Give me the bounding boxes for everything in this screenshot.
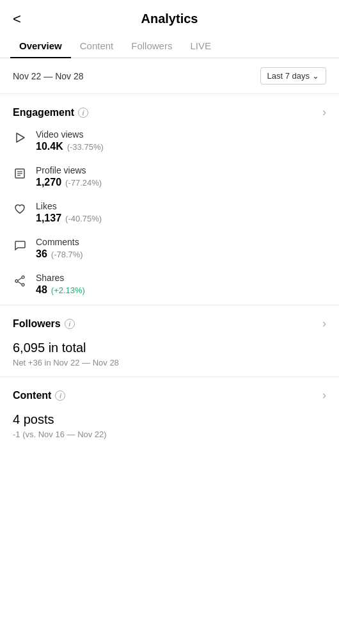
followers-chevron-icon[interactable]: › xyxy=(322,317,326,330)
followers-section-header: Followers i › xyxy=(13,317,326,330)
metric-video-views-value-row: 10.4K (-33.75%) xyxy=(36,141,104,152)
chevron-down-icon: ⌄ xyxy=(312,71,319,81)
svg-point-5 xyxy=(22,276,24,278)
followers-total-label: in total xyxy=(49,341,86,355)
play-icon xyxy=(13,131,27,145)
metric-shares-label: Shares xyxy=(36,273,85,283)
metric-shares-value-row: 48 (+2.13%) xyxy=(36,284,85,296)
heart-icon xyxy=(13,202,27,216)
comment-icon xyxy=(13,238,27,252)
metric-shares-change: (+2.13%) xyxy=(51,286,85,295)
date-range-text: Nov 22 — Nov 28 xyxy=(13,71,84,81)
metric-likes-value: 1,137 xyxy=(36,213,61,224)
metric-shares-content: Shares 48 (+2.13%) xyxy=(36,273,85,296)
metric-profile-views: Profile views 1,270 (-77.24%) xyxy=(13,165,326,188)
content-posts-value: 4 xyxy=(13,412,20,426)
share-icon xyxy=(13,274,27,288)
followers-section: Followers i › 6,095 in total Net +36 in … xyxy=(0,305,339,377)
metric-likes-change: (-40.75%) xyxy=(65,214,102,223)
page-title: Analytics xyxy=(141,12,198,26)
metric-profile-views-content: Profile views 1,270 (-77.24%) xyxy=(36,165,102,188)
svg-marker-0 xyxy=(17,133,24,142)
metric-likes-content: Likes 1,137 (-40.75%) xyxy=(36,201,102,224)
metric-comments-value: 36 xyxy=(36,248,47,260)
metric-shares: Shares 48 (+2.13%) xyxy=(13,273,326,296)
content-section: Content i › 4 posts -1 (vs. Nov 16 — Nov… xyxy=(0,377,339,448)
metric-video-views-label: Video views xyxy=(36,129,104,140)
profile-icon xyxy=(13,166,27,181)
engagement-chevron-icon[interactable]: › xyxy=(322,106,326,119)
date-selector-label: Last 7 days xyxy=(267,71,310,81)
tabs-bar: Overview Content Followers LIVE xyxy=(0,34,339,58)
content-compare-text: -1 (vs. Nov 16 — Nov 22) xyxy=(13,430,326,439)
metric-comments-content: Comments 36 (-78.7%) xyxy=(36,237,83,260)
followers-total-value: 6,095 xyxy=(13,341,45,355)
tab-live[interactable]: LIVE xyxy=(181,34,220,58)
content-title-row: Content i xyxy=(13,390,65,401)
engagement-title-row: Engagement i xyxy=(13,107,88,118)
engagement-info-icon[interactable]: i xyxy=(78,108,88,118)
followers-net-text: Net +36 in Nov 22 — Nov 28 xyxy=(13,358,326,367)
header: < Analytics xyxy=(0,0,339,34)
engagement-section: Engagement i › Video views 10.4K (-33.75… xyxy=(0,94,339,305)
metric-likes: Likes 1,137 (-40.75%) xyxy=(13,201,326,224)
svg-point-6 xyxy=(22,284,24,286)
metric-video-views-value: 10.4K xyxy=(36,141,63,152)
content-posts-label: posts xyxy=(24,412,54,426)
content-posts: 4 posts xyxy=(13,412,326,427)
metric-comments-label: Comments xyxy=(36,237,83,247)
tab-content[interactable]: Content xyxy=(71,34,123,58)
followers-title-row: Followers i xyxy=(13,318,75,330)
metric-video-views-change: (-33.75%) xyxy=(67,142,104,152)
svg-line-8 xyxy=(18,278,22,280)
svg-point-7 xyxy=(15,280,18,282)
content-info-icon[interactable]: i xyxy=(55,390,65,401)
metric-shares-value: 48 xyxy=(36,284,47,296)
metric-likes-label: Likes xyxy=(36,201,102,211)
metric-comments: Comments 36 (-78.7%) xyxy=(13,237,326,260)
metric-video-views: Video views 10.4K (-33.75%) xyxy=(13,129,326,152)
content-section-header: Content i › xyxy=(13,389,326,402)
tab-followers[interactable]: Followers xyxy=(122,34,181,58)
metric-likes-value-row: 1,137 (-40.75%) xyxy=(36,213,102,224)
back-button[interactable]: < xyxy=(13,11,21,28)
content-title: Content xyxy=(13,390,51,401)
tab-overview[interactable]: Overview xyxy=(10,34,71,58)
metric-comments-change: (-78.7%) xyxy=(51,250,83,259)
followers-title: Followers xyxy=(13,318,61,330)
metric-profile-views-value: 1,270 xyxy=(36,177,61,188)
metric-profile-views-label: Profile views xyxy=(36,165,102,175)
metric-video-views-content: Video views 10.4K (-33.75%) xyxy=(36,129,104,152)
metric-profile-views-value-row: 1,270 (-77.24%) xyxy=(36,177,102,188)
metric-comments-value-row: 36 (-78.7%) xyxy=(36,248,83,260)
followers-total: 6,095 in total xyxy=(13,341,326,355)
engagement-title: Engagement xyxy=(13,107,74,118)
date-selector-button[interactable]: Last 7 days ⌄ xyxy=(260,67,327,85)
engagement-section-header: Engagement i › xyxy=(13,106,326,119)
metric-profile-views-change: (-77.24%) xyxy=(65,178,102,188)
content-chevron-icon[interactable]: › xyxy=(322,389,326,402)
date-row: Nov 22 — Nov 28 Last 7 days ⌄ xyxy=(0,58,339,94)
followers-info-icon[interactable]: i xyxy=(65,319,75,329)
svg-line-9 xyxy=(18,282,22,284)
